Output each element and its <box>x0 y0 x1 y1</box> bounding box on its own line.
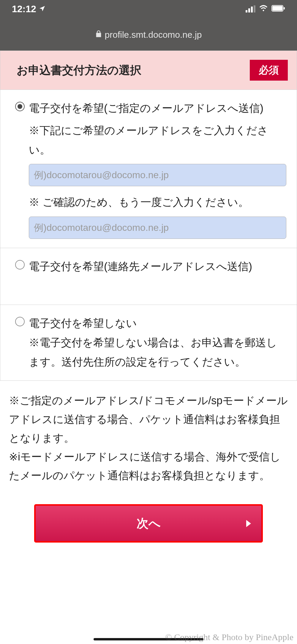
option-1-note2: ※ ご確認のため、もう一度ご入力ください。 <box>29 193 286 212</box>
url-text: profile.smt.docomo.ne.jp <box>105 30 202 40</box>
svg-rect-2 <box>284 7 285 10</box>
radio-option-3[interactable] <box>15 317 25 326</box>
section-title: お申込書交付方法の選択 <box>17 63 141 78</box>
status-bar: 12:12 <box>0 0 297 18</box>
option-2-label: 電子交付を希望(連絡先メールアドレスへ送信) <box>29 257 286 276</box>
watermark: © Copyright & Photo by PineApple <box>165 632 293 642</box>
wifi-icon <box>259 5 268 13</box>
required-badge: 必須 <box>250 60 288 81</box>
option-3-label: 電子交付を希望しない <box>29 314 286 333</box>
status-left: 12:12 <box>12 4 46 15</box>
radio-option-1[interactable] <box>15 102 25 111</box>
option-3-block: 電子交付を希望しない ※電子交付を希望しない場合は、お申込書を郵送します。送付先… <box>0 305 297 381</box>
chevron-right-icon <box>246 520 251 527</box>
email-input-2[interactable] <box>29 217 286 239</box>
radio-option-2[interactable] <box>15 260 25 269</box>
option-2-block: 電子交付を希望(連絡先メールアドレスへ送信) <box>0 248 297 305</box>
option-1-label: 電子交付を希望(ご指定のメールアドレスへ送信) <box>29 99 286 118</box>
signal-icon <box>246 5 255 12</box>
next-button-label: 次へ <box>137 517 161 530</box>
content-area: お申込書交付方法の選択 必須 電子交付を希望(ご指定のメールアドレスへ送信) ※… <box>0 51 297 543</box>
option-1-note1: ※下記にご希望のメールアドレスをご入力ください。 <box>29 121 286 160</box>
email-input-1[interactable] <box>29 164 286 186</box>
svg-rect-1 <box>272 6 282 11</box>
status-right <box>246 5 285 13</box>
next-button[interactable]: 次へ <box>34 504 263 543</box>
footer-notes: ※ご指定のメールアドレス/ドコモメール/spモードメールアドレスに送信する場合、… <box>0 381 297 495</box>
lock-icon <box>95 30 102 40</box>
url-bar[interactable]: profile.smt.docomo.ne.jp <box>0 18 297 51</box>
battery-icon <box>271 5 285 13</box>
section-header: お申込書交付方法の選択 必須 <box>0 51 297 90</box>
footer-note-2: ※iモードメールアドレスに送信する場合、海外で受信したメールのパケット通信料はお… <box>9 447 288 485</box>
option-3-note: ※電子交付を希望しない場合は、お申込書を郵送します。送付先住所の設定を行ってくだ… <box>29 333 286 372</box>
location-arrow-icon <box>39 4 46 15</box>
option-1-block: 電子交付を希望(ご指定のメールアドレスへ送信) ※下記にご希望のメールアドレスを… <box>0 90 297 248</box>
footer-note-1: ※ご指定のメールアドレス/ドコモメール/spモードメールアドレスに送信する場合、… <box>9 391 288 447</box>
status-time: 12:12 <box>12 4 36 15</box>
